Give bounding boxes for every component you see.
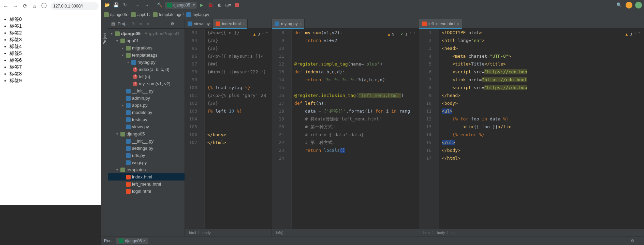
crumb-ttags[interactable]: templatetags bbox=[153, 12, 182, 17]
avatar-icon[interactable] bbox=[626, 2, 632, 9]
tree-tests[interactable]: tests.py bbox=[108, 116, 185, 123]
tab-leftmenu[interactable]: left_menu.html× bbox=[419, 19, 462, 28]
search-icon[interactable]: 🔍 bbox=[615, 1, 623, 9]
back-icon[interactable]: ← bbox=[3, 3, 9, 9]
editor-breadcrumb-1[interactable]: html〉body bbox=[185, 229, 272, 236]
list-item: 标签4 bbox=[10, 44, 101, 50]
url-bar[interactable]: 127.0.0.1:8000/i bbox=[50, 2, 99, 10]
tree-urls[interactable]: urls.py bbox=[108, 152, 185, 159]
coverage-icon[interactable]: ◐ bbox=[216, 1, 223, 9]
browser-toolbar: ← → ⟳ ⌂ ⓘ 127.0.0.1:8000/i bbox=[0, 0, 101, 12]
fold-gutter[interactable] bbox=[200, 29, 205, 229]
code-text[interactable]: def my_sum(v1,v2): return v1+v2 @registe… bbox=[292, 29, 419, 229]
crumb-root[interactable]: django05 bbox=[104, 12, 127, 17]
list-item: 标签3 bbox=[10, 37, 101, 43]
tree-fn-mysum[interactable]: fmy_sum(v1, v2) bbox=[108, 80, 185, 87]
tree-fn-index[interactable]: findex(a, b, c, d) bbox=[108, 66, 185, 73]
code-area-1[interactable]: ▲3˄˅ 93949596979899100101102103104105106… bbox=[185, 29, 272, 229]
open-icon[interactable]: 📂 bbox=[103, 1, 111, 9]
home-icon[interactable]: ⌂ bbox=[31, 3, 38, 9]
tree-admin[interactable]: admin.py bbox=[108, 95, 185, 102]
project-tool-label: Project bbox=[103, 33, 107, 44]
redo-arrow-icon[interactable]: → bbox=[143, 1, 150, 9]
tree-templatetags[interactable]: ▾templatetags bbox=[108, 52, 185, 59]
tree-django-pkg[interactable]: ▾django05 bbox=[108, 130, 185, 138]
close-icon[interactable]: × bbox=[299, 22, 302, 26]
tree-settings[interactable]: settings.py bbox=[108, 145, 185, 152]
tree-apps[interactable]: ▸apps.py bbox=[108, 102, 185, 109]
crumb-file[interactable]: mytag.py bbox=[186, 12, 209, 17]
folder-icon bbox=[120, 168, 125, 172]
collapse-icon[interactable]: ≡ bbox=[145, 21, 151, 26]
build-icon[interactable]: 🔨 bbox=[156, 1, 163, 9]
tab-views[interactable]: views.py bbox=[185, 19, 213, 28]
tree-init2[interactable]: __init__.py bbox=[108, 138, 185, 145]
undo-arrow-icon[interactable]: ← bbox=[134, 1, 142, 9]
profile-icon[interactable]: ◷▾ bbox=[224, 1, 232, 9]
debug-icon[interactable]: 🐞 bbox=[207, 1, 214, 9]
fold-gutter[interactable] bbox=[287, 29, 292, 229]
tree-init[interactable]: __init__.py bbox=[108, 87, 185, 95]
ide-statusbar: Run: django05 × ⚙ — bbox=[101, 236, 644, 245]
inspection-strip[interactable]: ▲3˄˅ bbox=[252, 30, 269, 39]
list-item: 标签6 bbox=[10, 57, 101, 63]
run-icon[interactable]: ▶ bbox=[198, 1, 205, 9]
run-config-dropdown[interactable]: django05 bbox=[165, 2, 196, 9]
project-tree[interactable]: ▾django05 E:\pythonProject1 ▾app01 ▸migr… bbox=[108, 29, 185, 236]
expand-icon[interactable]: ≡ bbox=[138, 21, 143, 26]
folder-icon bbox=[131, 12, 136, 17]
gear-icon[interactable]: ⚙ bbox=[631, 239, 634, 243]
select-target-icon[interactable]: ⊕ bbox=[130, 21, 136, 26]
crumb-app[interactable]: app01 bbox=[131, 12, 148, 17]
folder-icon bbox=[126, 53, 131, 58]
close-icon[interactable]: × bbox=[243, 22, 245, 26]
reload-icon[interactable]: ⟳ bbox=[22, 3, 28, 9]
code-text[interactable]: <!DOCTYPE html> <html lang="en"> <head> … bbox=[439, 29, 644, 229]
editor-breadcrumb-2[interactable]: left() bbox=[272, 229, 419, 236]
info-icon[interactable]: ⓘ bbox=[41, 3, 47, 9]
tree-wsgi[interactable]: wsgi.py bbox=[108, 159, 185, 166]
tree-login-html[interactable]: login.html bbox=[108, 188, 185, 195]
project-panel: ▤ Proj... ⊕ ≡ ≡ ⚙ — ▾django05 E:\pythonP… bbox=[108, 19, 185, 236]
fold-gutter[interactable] bbox=[434, 29, 439, 229]
tab-index[interactable]: index.html× bbox=[213, 19, 248, 28]
close-icon[interactable]: × bbox=[143, 239, 146, 243]
tree-app01[interactable]: ▾app01 bbox=[108, 37, 185, 44]
tree-models[interactable]: models.py bbox=[108, 109, 185, 116]
tree-fn-left[interactable]: fleft(n) bbox=[108, 73, 185, 80]
html-icon bbox=[126, 189, 131, 194]
sync-icon[interactable]: ↻ bbox=[121, 1, 129, 9]
code-text[interactable]: {#<p>{{ n }} {##} {##} {#<p>{{ n|mysum:s… bbox=[205, 29, 272, 229]
hide-icon[interactable]: — bbox=[177, 21, 182, 26]
python-icon bbox=[126, 89, 131, 93]
tool-strip-left[interactable]: Project bbox=[101, 19, 108, 236]
tree-views[interactable]: views.py bbox=[108, 123, 185, 130]
tree-leftmenu-html[interactable]: left_menu.html bbox=[108, 181, 185, 188]
folder-icon bbox=[153, 12, 158, 17]
inspection-strip[interactable]: ▲9 ✔1˄˅ bbox=[386, 30, 417, 39]
function-icon: f bbox=[133, 82, 137, 86]
minimize-icon[interactable]: — bbox=[637, 239, 641, 243]
tree-mytag[interactable]: ▾mytag.py bbox=[108, 59, 185, 66]
editor-breadcrumb-3[interactable]: html〉body〉ul bbox=[419, 229, 644, 236]
project-icon: ▤ bbox=[110, 21, 116, 26]
close-icon[interactable]: × bbox=[457, 22, 459, 26]
tree-templates[interactable]: ▾templates bbox=[108, 166, 185, 173]
html-icon bbox=[126, 182, 131, 187]
tree-root[interactable]: ▾django05 E:\pythonProject1 bbox=[108, 30, 185, 37]
code-area-2[interactable]: ▲9 ✔1˄˅ 89101112131415161718192021222324… bbox=[272, 29, 419, 229]
tree-index-html[interactable]: index.html bbox=[108, 173, 185, 181]
save-icon[interactable]: 💾 bbox=[112, 1, 120, 9]
inspection-strip[interactable]: ▲3˄˅ bbox=[624, 30, 642, 39]
avatar2-icon[interactable] bbox=[635, 2, 642, 9]
forward-icon[interactable]: → bbox=[12, 3, 18, 9]
run-tab[interactable]: django05 × bbox=[116, 238, 148, 244]
tree-migrations[interactable]: ▸migrations bbox=[108, 44, 185, 52]
python-icon bbox=[126, 117, 131, 122]
stop-icon[interactable] bbox=[233, 1, 241, 9]
function-icon: f bbox=[133, 67, 137, 72]
gear-icon[interactable]: ⚙ bbox=[170, 21, 175, 26]
tab-mytag[interactable]: mytag.py× bbox=[272, 19, 305, 28]
code-area-3[interactable]: ▲3˄˅ 1234567891011121314151617 <!DOCTYPE… bbox=[419, 29, 644, 229]
editor-tabs-3: left_menu.html× bbox=[419, 19, 644, 29]
